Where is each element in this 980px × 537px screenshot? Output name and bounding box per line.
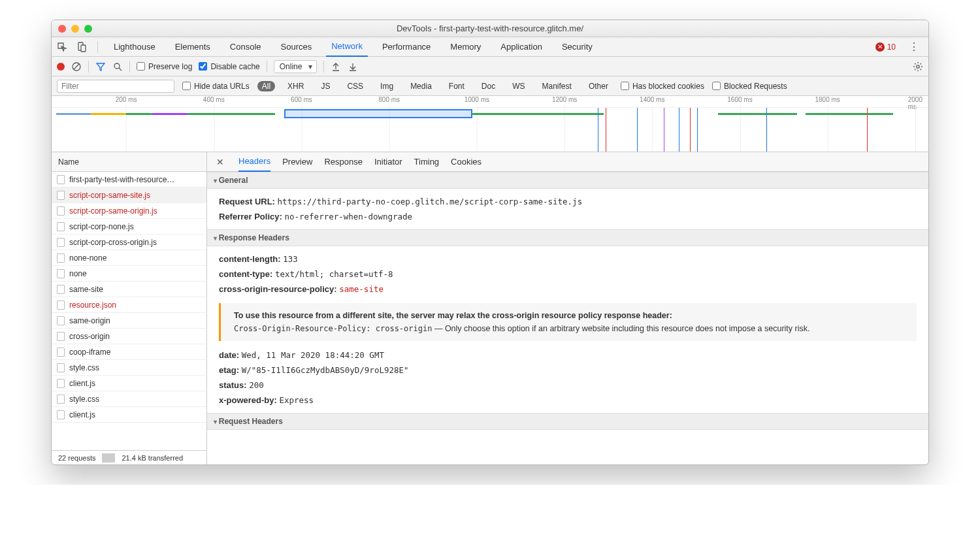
request-row[interactable]: style.css xyxy=(52,360,206,376)
hdr-content-type: content-type: text/html; charset=utf-8 xyxy=(219,267,917,282)
preserve-log-checkbox[interactable]: Preserve log xyxy=(137,62,192,71)
bar xyxy=(472,113,604,115)
type-font[interactable]: Font xyxy=(444,81,469,91)
blocked-requests-checkbox[interactable]: Blocked Requests xyxy=(712,82,787,91)
download-har-icon[interactable] xyxy=(348,61,358,72)
hide-data-urls-checkbox[interactable]: Hide data URLs xyxy=(182,82,250,91)
has-blocked-cookies-checkbox[interactable]: Has blocked cookies xyxy=(621,82,704,91)
titlebar: DevTools - first-party-test-with-resourc… xyxy=(52,20,928,37)
bar xyxy=(806,113,893,115)
request-row[interactable]: script-corp-none.js xyxy=(52,219,206,235)
type-xhr[interactable]: XHR xyxy=(283,81,308,91)
separator xyxy=(102,453,115,463)
dtab-initiator[interactable]: Initiator xyxy=(374,152,402,172)
request-row[interactable]: none xyxy=(52,266,206,282)
network-toolbar: Preserve log Disable cache Online xyxy=(52,57,928,76)
throttling-select[interactable]: Online xyxy=(274,60,318,73)
detail-body[interactable]: General Request URL: https://third-party… xyxy=(207,172,928,464)
type-manifest[interactable]: Manifest xyxy=(538,81,576,91)
request-name: client.js xyxy=(69,379,95,388)
selection-range[interactable] xyxy=(284,109,473,118)
type-css[interactable]: CSS xyxy=(342,81,368,91)
upload-har-icon[interactable] xyxy=(331,61,341,72)
filter-icon[interactable] xyxy=(95,61,106,72)
request-row[interactable]: client.js xyxy=(52,407,206,423)
type-img[interactable]: Img xyxy=(376,81,398,91)
file-icon xyxy=(57,301,65,310)
type-media[interactable]: Media xyxy=(406,81,436,91)
request-row[interactable]: script-corp-same-origin.js xyxy=(52,203,206,219)
dtab-timing[interactable]: Timing xyxy=(414,152,440,172)
filter-input[interactable] xyxy=(57,80,174,93)
section-response-headers[interactable]: Response Headers xyxy=(207,229,928,246)
bar xyxy=(718,113,797,115)
clear-icon[interactable] xyxy=(71,61,82,72)
hdr-content-length: content-length: 133 xyxy=(219,252,917,267)
corp-callout: To use this resource from a different si… xyxy=(219,303,917,341)
tab-application[interactable]: Application xyxy=(495,37,547,57)
request-row[interactable]: cross-origin xyxy=(52,329,206,344)
request-row[interactable]: none-none xyxy=(52,250,206,266)
dtab-preview[interactable]: Preview xyxy=(282,152,312,172)
type-other[interactable]: Other xyxy=(584,81,613,91)
request-row[interactable]: style.css xyxy=(52,391,206,407)
file-icon xyxy=(57,238,65,247)
tab-memory[interactable]: Memory xyxy=(445,37,486,57)
request-row[interactable]: script-corp-same-site.js xyxy=(52,187,206,203)
tick: 800 ms xyxy=(378,96,400,103)
tab-network[interactable]: Network xyxy=(326,37,368,57)
disable-cache-checkbox[interactable]: Disable cache xyxy=(199,62,259,71)
type-all[interactable]: All xyxy=(257,81,275,91)
type-js[interactable]: JS xyxy=(316,81,335,91)
error-count: 10 xyxy=(887,42,896,52)
close-detail-icon[interactable]: ✕ xyxy=(214,157,227,167)
waterfall-overview[interactable]: 200 ms 400 ms 600 ms 800 ms 1000 ms 1200… xyxy=(52,96,928,152)
search-icon[interactable] xyxy=(112,61,123,72)
bar xyxy=(91,113,126,115)
device-toggle-icon[interactable] xyxy=(76,42,87,52)
request-row[interactable]: resource.json xyxy=(52,297,206,313)
type-doc[interactable]: Doc xyxy=(477,81,500,91)
request-row[interactable]: script-corp-cross-origin.js xyxy=(52,235,206,250)
transferred-size: 21.4 kB transferred xyxy=(115,454,189,462)
request-name: first-party-test-with-resource… xyxy=(69,175,174,184)
request-row[interactable]: coop-iframe xyxy=(52,344,206,360)
tab-security[interactable]: Security xyxy=(557,37,598,57)
more-menu-icon[interactable]: ⋮ xyxy=(905,41,923,53)
inspect-icon[interactable] xyxy=(57,42,67,52)
request-row[interactable]: client.js xyxy=(52,376,206,391)
hdr-corp: cross-origin-resource-policy: same-site xyxy=(219,282,917,297)
bar xyxy=(126,113,152,115)
request-row[interactable]: same-origin xyxy=(52,313,206,329)
settings-gear-icon[interactable] xyxy=(913,61,923,72)
tab-console[interactable]: Console xyxy=(225,37,267,57)
request-row[interactable]: same-site xyxy=(52,282,206,297)
record-button[interactable] xyxy=(57,63,65,71)
tab-lighthouse[interactable]: Lighthouse xyxy=(108,37,161,57)
file-icon xyxy=(57,253,65,263)
dtab-cookies[interactable]: Cookies xyxy=(451,152,482,172)
request-name: same-site xyxy=(69,285,103,294)
svg-line-5 xyxy=(119,68,122,71)
file-icon xyxy=(57,379,65,388)
requests-header[interactable]: Name xyxy=(52,152,206,172)
requests-list[interactable]: first-party-test-with-resource…script-co… xyxy=(52,172,206,450)
tick: 1800 ms xyxy=(815,96,840,103)
request-name: none-none xyxy=(69,253,106,263)
detail-tabs: ✕ Headers Preview Response Initiator Tim… xyxy=(207,152,928,172)
request-row[interactable]: first-party-test-with-resource… xyxy=(52,172,206,187)
dtab-response[interactable]: Response xyxy=(324,152,363,172)
error-counter[interactable]: ✕ 10 xyxy=(875,42,896,52)
hdr-etag: etag: W/"85-I1lI6GczMydbABS0yD/9roL928E" xyxy=(219,363,917,378)
tab-elements[interactable]: Elements xyxy=(170,37,216,57)
tab-sources[interactable]: Sources xyxy=(276,37,318,57)
tab-performance[interactable]: Performance xyxy=(377,37,436,57)
type-ws[interactable]: WS xyxy=(508,81,529,91)
section-general[interactable]: General xyxy=(207,172,928,189)
dtab-headers[interactable]: Headers xyxy=(238,152,270,172)
separator xyxy=(129,61,130,73)
svg-line-3 xyxy=(74,64,79,69)
marker xyxy=(606,108,606,152)
hide-data-urls-label: Hide data URLs xyxy=(194,82,250,91)
section-request-headers[interactable]: Request Headers xyxy=(207,413,928,430)
